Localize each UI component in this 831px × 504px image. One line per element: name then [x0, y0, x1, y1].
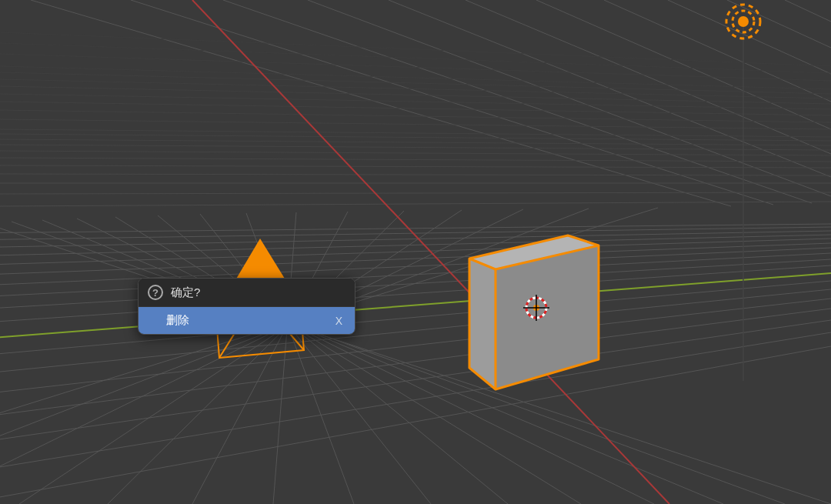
- popup-title: 确定?: [171, 285, 200, 300]
- svg-line-0: [0, 346, 831, 504]
- viewport-3d[interactable]: ? 确定? 删除 X: [0, 0, 831, 504]
- popup-header: ? 确定?: [138, 279, 355, 306]
- svg-line-53: [0, 129, 831, 137]
- svg-line-5: [0, 289, 831, 375]
- svg-line-52: [0, 134, 831, 141]
- svg-line-44: [0, 192, 831, 194]
- svg-line-42: [785, 0, 831, 22]
- svg-line-28: [19, 210, 462, 504]
- svg-line-64: [0, 32, 831, 66]
- svg-line-23: [200, 214, 431, 504]
- svg-line-10: [0, 248, 831, 286]
- delete-button[interactable]: 删除 X: [138, 306, 355, 334]
- delete-label: 删除: [166, 313, 189, 328]
- svg-line-43: [0, 202, 831, 206]
- svg-line-17: [0, 223, 831, 504]
- svg-line-2: [0, 320, 831, 445]
- svg-marker-71: [496, 245, 599, 389]
- delete-shortcut: X: [335, 315, 342, 327]
- svg-line-18: [12, 222, 785, 504]
- help-icon: ?: [148, 285, 163, 300]
- svg-marker-70: [235, 239, 285, 280]
- cube-object: [469, 235, 599, 389]
- svg-line-49: [0, 151, 831, 155]
- svg-line-50: [0, 145, 831, 150]
- svg-line-1: [0, 332, 831, 473]
- svg-line-51: [0, 139, 831, 145]
- svg-line-48: [0, 158, 831, 162]
- scene-canvas: [0, 0, 831, 504]
- svg-line-22: [158, 215, 508, 504]
- svg-point-81: [738, 16, 749, 27]
- svg-line-8: [0, 259, 831, 310]
- svg-line-3: [0, 309, 831, 419]
- svg-line-61: [0, 66, 831, 89]
- svg-line-25: [273, 212, 296, 504]
- confirm-popup: ? 确定? 删除 X: [138, 278, 355, 335]
- grid-floor: [0, 0, 831, 504]
- svg-line-46: [0, 174, 831, 175]
